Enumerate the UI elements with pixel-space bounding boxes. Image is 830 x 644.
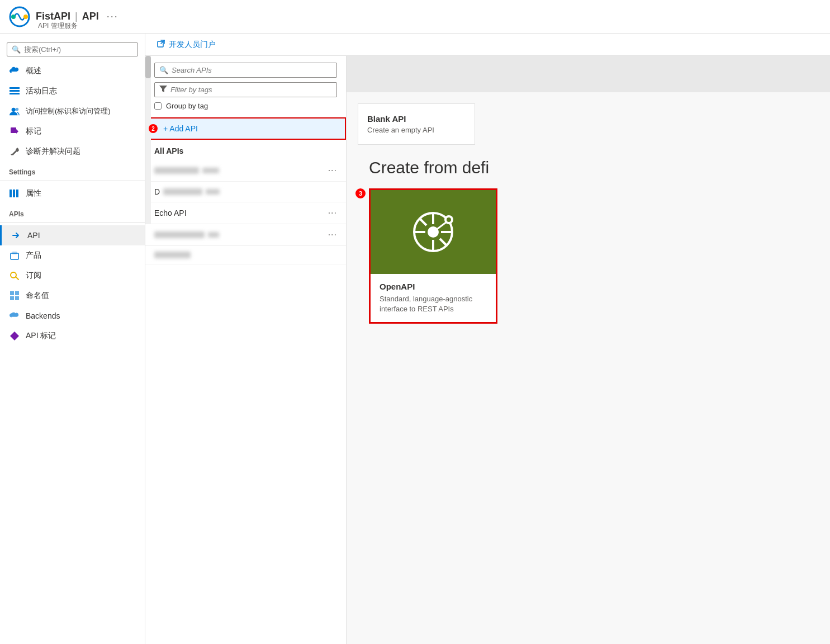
openapi-title: OpenAPI bbox=[380, 282, 487, 291]
filter-by-tags-input-box[interactable] bbox=[154, 82, 337, 97]
list-item[interactable]: ··· bbox=[145, 160, 346, 182]
sidebar-label-subscriptions: 订阅 bbox=[26, 271, 41, 281]
blank-api-card[interactable]: Blank API Create an empty API bbox=[358, 103, 475, 145]
list-item[interactable]: D bbox=[145, 182, 346, 202]
filter-area: 🔍 Group by tag bbox=[145, 56, 346, 117]
sidebar-item-activity-log[interactable]: 活动日志 bbox=[0, 81, 145, 101]
svg-rect-16 bbox=[10, 291, 14, 295]
api4-dots-icon[interactable]: ··· bbox=[328, 230, 337, 240]
sidebar-item-access-control[interactable]: 访问控制(标识和访问管理) bbox=[0, 101, 145, 121]
svg-point-7 bbox=[16, 108, 18, 111]
search-icon: 🔍 bbox=[12, 45, 21, 54]
sidebar-item-overview[interactable]: 概述 bbox=[0, 61, 145, 81]
all-apis-section: All APIs ··· D bbox=[145, 140, 346, 644]
group-by-tag-checkbox[interactable] bbox=[154, 102, 162, 110]
right-panel: Blank API Create an empty API 3 Create f… bbox=[347, 56, 830, 644]
users-icon bbox=[9, 106, 20, 117]
sidebar-label-api-tags: API 标记 bbox=[26, 331, 56, 341]
blank-api-area: Blank API Create an empty API bbox=[347, 92, 830, 145]
apis-section-label: APIs bbox=[0, 203, 145, 220]
arrow-icon bbox=[11, 230, 22, 241]
group-by-tag-row: Group by tag bbox=[154, 102, 337, 110]
sidebar-label-overview: 概述 bbox=[26, 66, 41, 76]
svg-line-28 bbox=[419, 218, 426, 225]
cloud-backends-icon bbox=[9, 310, 20, 321]
openapi-card-green-header bbox=[371, 190, 496, 274]
sidebar-label-backends: Backends bbox=[26, 311, 60, 320]
sidebar-item-tags[interactable]: 标记 bbox=[0, 121, 145, 141]
svg-rect-3 bbox=[10, 87, 20, 89]
svg-rect-5 bbox=[10, 93, 20, 94]
svg-rect-4 bbox=[10, 90, 20, 92]
wrench-icon bbox=[9, 146, 20, 157]
blank-api-title: Blank API bbox=[367, 114, 466, 124]
svg-point-1 bbox=[11, 15, 16, 19]
openapi-card[interactable]: OpenAPI Standard, language-agnostic inte… bbox=[369, 188, 497, 324]
sidebar-item-diagnose[interactable]: 诊断并解决问题 bbox=[0, 141, 145, 162]
add-api-label: + Add API bbox=[163, 124, 198, 133]
list-item[interactable]: ··· bbox=[145, 224, 346, 246]
step-2-badge: 2 bbox=[149, 124, 158, 133]
all-apis-header: All APIs bbox=[145, 140, 346, 160]
sidebar-label-products: 产品 bbox=[26, 250, 41, 261]
search-input[interactable] bbox=[24, 45, 133, 54]
blank-api-description: Create an empty API bbox=[367, 126, 466, 134]
add-api-button[interactable]: + Add API bbox=[145, 117, 346, 140]
service-label: API 管理服务 bbox=[38, 21, 78, 31]
tag-icon bbox=[9, 126, 20, 137]
group-by-tag-label: Group by tag bbox=[166, 102, 208, 110]
header-more-icon[interactable]: ··· bbox=[107, 11, 118, 22]
sidebar-item-named-values[interactable]: 命名值 bbox=[0, 286, 145, 306]
svg-rect-12 bbox=[16, 190, 18, 197]
filter-icon bbox=[159, 86, 167, 94]
search-apis-icon: 🔍 bbox=[159, 66, 168, 74]
echo-api-name: Echo API bbox=[154, 209, 328, 217]
svg-rect-19 bbox=[15, 296, 19, 300]
bars-icon bbox=[9, 188, 20, 199]
echo-api-dots-icon[interactable]: ··· bbox=[328, 208, 337, 218]
dev-portal-link[interactable]: 开发人员门户 bbox=[156, 39, 216, 50]
settings-section-label: Settings bbox=[0, 162, 145, 178]
api-dots-icon[interactable]: ··· bbox=[328, 165, 337, 176]
sidebar-label-diagnose: 诊断并解决问题 bbox=[26, 146, 80, 157]
svg-rect-14 bbox=[12, 252, 17, 254]
search-apis-input-box[interactable]: 🔍 bbox=[154, 63, 337, 78]
svg-rect-11 bbox=[13, 190, 15, 197]
create-from-def-heading: Create from defi bbox=[369, 158, 819, 177]
svg-point-2 bbox=[23, 15, 28, 19]
step-3-badge: 3 bbox=[355, 188, 366, 198]
svg-marker-20 bbox=[10, 332, 19, 340]
dev-portal-bar: 开发人员门户 bbox=[145, 34, 830, 56]
key-icon bbox=[9, 270, 20, 281]
header-separator: | bbox=[75, 11, 78, 22]
sidebar-item-api-tags[interactable]: API 标记 bbox=[0, 326, 145, 346]
svg-line-29 bbox=[440, 239, 447, 246]
svg-marker-9 bbox=[16, 129, 18, 134]
api-blurred-name-5 bbox=[154, 252, 337, 258]
service-name: FistAPI bbox=[36, 11, 70, 22]
search-apis-input[interactable] bbox=[172, 66, 332, 74]
top-gray-bar bbox=[347, 56, 830, 92]
cloud-icon bbox=[9, 65, 20, 77]
page-title: API bbox=[82, 11, 99, 22]
sidebar-item-api[interactable]: API bbox=[0, 225, 145, 245]
list-item-echo-api[interactable]: Echo API ··· bbox=[145, 202, 346, 224]
diamond-icon bbox=[9, 330, 20, 342]
sidebar-label-activity-log: 活动日志 bbox=[26, 86, 57, 96]
sidebar-item-properties[interactable]: 属性 bbox=[0, 183, 145, 203]
svg-point-31 bbox=[447, 217, 451, 222]
svg-rect-17 bbox=[15, 291, 19, 295]
dev-portal-label: 开发人员门户 bbox=[169, 40, 216, 50]
list-item[interactable] bbox=[145, 246, 346, 264]
svg-rect-10 bbox=[10, 190, 12, 197]
sidebar-label-access-control: 访问控制(标识和访问管理) bbox=[26, 106, 111, 116]
sidebar-item-subscriptions[interactable]: 订阅 bbox=[0, 266, 145, 286]
svg-rect-8 bbox=[11, 127, 16, 133]
api-blurred-name bbox=[154, 167, 328, 174]
sidebar-item-backends[interactable]: Backends bbox=[0, 306, 145, 326]
openapi-card-body: OpenAPI Standard, language-agnostic inte… bbox=[371, 274, 496, 322]
sidebar-search-box[interactable]: 🔍 bbox=[7, 42, 138, 56]
sidebar-item-products[interactable]: 产品 bbox=[0, 245, 145, 266]
filter-by-tags-input[interactable] bbox=[170, 86, 332, 94]
create-from-def-section: 3 Create from defi bbox=[347, 145, 830, 335]
